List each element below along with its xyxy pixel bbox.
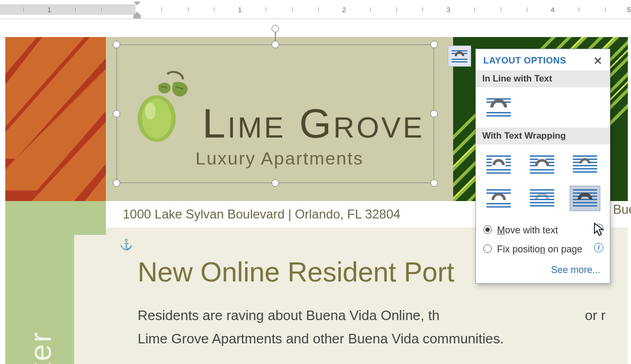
layout-options-button[interactable] [448, 46, 471, 67]
radio-icon [483, 244, 492, 253]
radio-fix-position[interactable]: Fix position on page i [476, 240, 610, 259]
rotate-handle[interactable] [272, 25, 279, 32]
wrap-top-and-bottom[interactable] [483, 186, 514, 211]
header-logo-area: Lime Grove Luxury Apartments [106, 37, 453, 201]
sidebar-green: etter [5, 235, 74, 364]
indent-markers[interactable] [133, 2, 141, 17]
sidebar-rotated-text: etter [22, 331, 58, 364]
layout-options-icon [450, 49, 468, 63]
radio-icon [483, 225, 492, 234]
ruler-number: 1 [44, 4, 55, 15]
see-more-link[interactable]: See more... [551, 265, 600, 275]
header-left-pattern [5, 37, 106, 201]
layout-options-popup: LAYOUT OPTIONS ✕ In Line with Text With … [475, 49, 610, 284]
horizontal-ruler[interactable]: 1 1 2 3 4 5 [0, 0, 631, 19]
ruler-number: 1 [235, 4, 245, 15]
close-icon[interactable]: ✕ [592, 54, 603, 67]
address-left-pad [5, 201, 106, 228]
info-icon[interactable]: i [594, 243, 603, 252]
resize-handle-mr[interactable] [430, 110, 438, 117]
address-right-fragment: Bue [613, 202, 631, 217]
section-inline-label: In Line with Text [476, 70, 610, 87]
resize-handle-bm[interactable] [272, 179, 279, 187]
resize-handle-tr[interactable] [430, 41, 438, 48]
paragraph-line-right-frag: or r [585, 307, 606, 323]
popup-title: LAYOUT OPTIONS [483, 56, 566, 66]
wrap-tight[interactable] [527, 152, 557, 177]
ruler-number: 5 [624, 4, 631, 15]
wrap-behind-text[interactable] [527, 186, 557, 211]
paragraph-line: Residents are raving about Buena Vida On… [138, 307, 439, 323]
info-icon[interactable]: i [594, 224, 603, 233]
section-wrap-label: With Text Wrapping [476, 128, 610, 144]
anchor-icon: ⚓ [120, 238, 133, 251]
resize-handle-bl[interactable] [113, 179, 120, 187]
paragraph-line: Lime Grove Apartments and other Buena Vi… [138, 331, 504, 347]
resize-handle-br[interactable] [430, 179, 438, 187]
ruler-number: 2 [339, 4, 349, 15]
ruler-number: 4 [547, 4, 558, 15]
ruler-number: 3 [443, 4, 454, 15]
wrap-inline-with-text[interactable] [483, 95, 514, 120]
radio-move-with-text[interactable]: MMove with textove with text i [476, 221, 610, 240]
resize-handle-ml[interactable] [113, 110, 120, 117]
resize-handle-tl[interactable] [113, 41, 120, 48]
wrap-square[interactable] [483, 152, 514, 177]
wrap-through[interactable] [570, 152, 600, 177]
resize-handle-tm[interactable] [272, 41, 279, 48]
wrap-in-front-of-text[interactable] [570, 186, 600, 211]
image-selection-box[interactable] [116, 44, 434, 183]
ruler-left-margin [0, 4, 136, 15]
body-gutter [74, 235, 106, 364]
